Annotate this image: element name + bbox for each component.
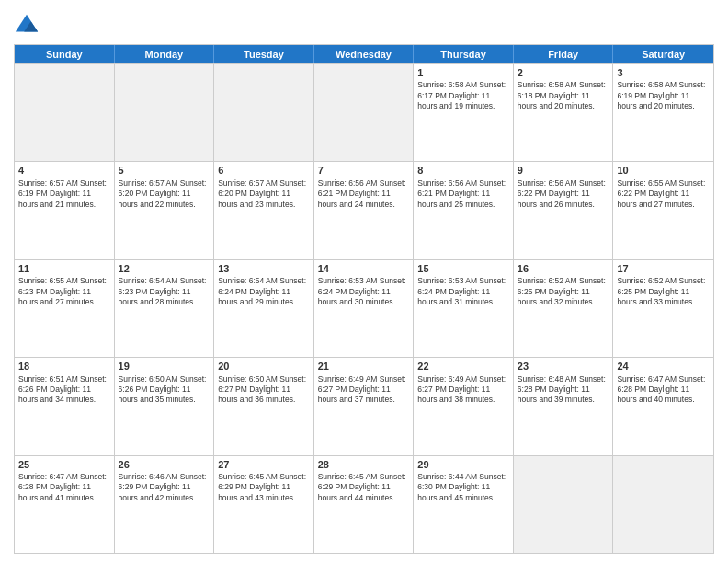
day-number: 9 [518,164,609,177]
calendar-cell: 27Sunrise: 6:45 AM Sunset: 6:29 PM Dayli… [214,456,314,553]
day-number: 7 [318,164,410,177]
day-info: Sunrise: 6:55 AM Sunset: 6:23 PM Dayligh… [18,276,110,307]
day-number: 21 [318,360,410,373]
day-info: Sunrise: 6:52 AM Sunset: 6:25 PM Dayligh… [617,276,710,307]
day-number: 27 [218,458,310,471]
calendar-cell [613,456,713,553]
header-day-friday: Friday [514,45,614,63]
calendar-cell: 21Sunrise: 6:49 AM Sunset: 6:27 PM Dayli… [314,358,415,454]
day-number: 2 [518,66,609,79]
calendar-cell: 16Sunrise: 6:52 AM Sunset: 6:25 PM Dayli… [514,260,614,357]
day-info: Sunrise: 6:50 AM Sunset: 6:26 PM Dayligh… [119,374,210,406]
day-info: Sunrise: 6:58 AM Sunset: 6:17 PM Dayligh… [417,80,509,111]
header [14,9,714,39]
day-number: 16 [518,262,609,275]
calendar-cell: 6Sunrise: 6:57 AM Sunset: 6:20 PM Daylig… [214,162,314,259]
calendar-cell [514,456,614,553]
day-number: 14 [318,262,410,275]
day-info: Sunrise: 6:47 AM Sunset: 6:28 PM Dayligh… [18,472,110,503]
day-number: 12 [119,262,210,275]
day-info: Sunrise: 6:58 AM Sunset: 6:18 PM Dayligh… [518,80,609,111]
calendar-cell: 1Sunrise: 6:58 AM Sunset: 6:17 PM Daylig… [414,64,514,161]
day-info: Sunrise: 6:52 AM Sunset: 6:25 PM Dayligh… [518,276,609,307]
day-number: 1 [417,66,509,79]
day-number: 24 [617,360,710,373]
day-number: 17 [617,262,710,275]
calendar: SundayMondayTuesdayWednesdayThursdayFrid… [14,44,714,554]
header-day-thursday: Thursday [414,45,514,63]
calendar-cell: 26Sunrise: 6:46 AM Sunset: 6:29 PM Dayli… [115,456,215,553]
day-number: 26 [119,458,210,471]
day-info: Sunrise: 6:57 AM Sunset: 6:20 PM Dayligh… [119,178,210,210]
day-info: Sunrise: 6:49 AM Sunset: 6:27 PM Dayligh… [318,374,410,406]
day-number: 3 [617,66,710,79]
calendar-cell: 20Sunrise: 6:50 AM Sunset: 6:27 PM Dayli… [214,358,314,454]
calendar-row-4: 25Sunrise: 6:47 AM Sunset: 6:28 PM Dayli… [15,455,713,553]
day-number: 29 [417,458,509,471]
calendar-cell: 9Sunrise: 6:56 AM Sunset: 6:22 PM Daylig… [514,162,614,259]
header-day-wednesday: Wednesday [314,45,415,63]
calendar-cell: 25Sunrise: 6:47 AM Sunset: 6:28 PM Dayli… [15,456,115,553]
day-number: 22 [417,360,509,373]
day-info: Sunrise: 6:54 AM Sunset: 6:24 PM Dayligh… [218,276,310,307]
day-number: 23 [518,360,609,373]
day-info: Sunrise: 6:58 AM Sunset: 6:19 PM Dayligh… [617,80,710,111]
calendar-cell: 15Sunrise: 6:53 AM Sunset: 6:24 PM Dayli… [414,260,514,357]
day-info: Sunrise: 6:53 AM Sunset: 6:24 PM Dayligh… [417,276,509,307]
header-day-monday: Monday [115,45,215,63]
day-number: 15 [417,262,509,275]
calendar-cell: 19Sunrise: 6:50 AM Sunset: 6:26 PM Dayli… [115,358,215,454]
day-info: Sunrise: 6:50 AM Sunset: 6:27 PM Dayligh… [218,374,310,406]
calendar-row-1: 4Sunrise: 6:57 AM Sunset: 6:19 PM Daylig… [15,161,713,259]
day-number: 5 [119,164,210,177]
header-day-saturday: Saturday [613,45,713,63]
logo-icon [14,13,40,39]
calendar-cell: 2Sunrise: 6:58 AM Sunset: 6:18 PM Daylig… [514,64,614,161]
day-number: 28 [318,458,410,471]
calendar-cell: 7Sunrise: 6:56 AM Sunset: 6:21 PM Daylig… [314,162,415,259]
day-info: Sunrise: 6:56 AM Sunset: 6:22 PM Dayligh… [518,178,609,210]
day-number: 10 [617,164,710,177]
calendar-cell: 18Sunrise: 6:51 AM Sunset: 6:26 PM Dayli… [15,358,115,454]
day-info: Sunrise: 6:45 AM Sunset: 6:29 PM Dayligh… [218,472,310,503]
day-number: 19 [119,360,210,373]
calendar-cell: 8Sunrise: 6:56 AM Sunset: 6:21 PM Daylig… [414,162,514,259]
header-day-tuesday: Tuesday [214,45,314,63]
day-number: 18 [18,360,110,373]
calendar-cell: 11Sunrise: 6:55 AM Sunset: 6:23 PM Dayli… [15,260,115,357]
day-info: Sunrise: 6:57 AM Sunset: 6:20 PM Dayligh… [218,178,310,210]
calendar-row-2: 11Sunrise: 6:55 AM Sunset: 6:23 PM Dayli… [15,259,713,357]
day-info: Sunrise: 6:56 AM Sunset: 6:21 PM Dayligh… [417,178,509,210]
day-number: 4 [18,164,110,177]
calendar-row-3: 18Sunrise: 6:51 AM Sunset: 6:26 PM Dayli… [15,357,713,454]
calendar-cell: 4Sunrise: 6:57 AM Sunset: 6:19 PM Daylig… [15,162,115,259]
calendar-cell: 12Sunrise: 6:54 AM Sunset: 6:23 PM Dayli… [115,260,215,357]
calendar-cell: 14Sunrise: 6:53 AM Sunset: 6:24 PM Dayli… [314,260,415,357]
day-number: 11 [18,262,110,275]
day-info: Sunrise: 6:48 AM Sunset: 6:28 PM Dayligh… [518,374,609,406]
calendar-header: SundayMondayTuesdayWednesdayThursdayFrid… [15,45,713,63]
day-info: Sunrise: 6:56 AM Sunset: 6:21 PM Dayligh… [318,178,410,210]
calendar-cell: 13Sunrise: 6:54 AM Sunset: 6:24 PM Dayli… [214,260,314,357]
logo [14,13,43,39]
day-info: Sunrise: 6:46 AM Sunset: 6:29 PM Dayligh… [119,472,210,503]
calendar-cell: 17Sunrise: 6:52 AM Sunset: 6:25 PM Dayli… [613,260,713,357]
day-info: Sunrise: 6:51 AM Sunset: 6:26 PM Dayligh… [18,374,110,406]
calendar-cell: 24Sunrise: 6:47 AM Sunset: 6:28 PM Dayli… [613,358,713,454]
calendar-cell: 28Sunrise: 6:45 AM Sunset: 6:29 PM Dayli… [314,456,415,553]
day-info: Sunrise: 6:53 AM Sunset: 6:24 PM Dayligh… [318,276,410,307]
day-number: 25 [18,458,110,471]
calendar-cell: 10Sunrise: 6:55 AM Sunset: 6:22 PM Dayli… [613,162,713,259]
calendar-cell: 23Sunrise: 6:48 AM Sunset: 6:28 PM Dayli… [514,358,614,454]
calendar-cell: 3Sunrise: 6:58 AM Sunset: 6:19 PM Daylig… [613,64,713,161]
day-number: 20 [218,360,310,373]
calendar-cell: 29Sunrise: 6:44 AM Sunset: 6:30 PM Dayli… [414,456,514,553]
page: SundayMondayTuesdayWednesdayThursdayFrid… [0,0,728,563]
calendar-body: 1Sunrise: 6:58 AM Sunset: 6:17 PM Daylig… [15,63,713,553]
day-info: Sunrise: 6:44 AM Sunset: 6:30 PM Dayligh… [417,472,509,503]
day-info: Sunrise: 6:55 AM Sunset: 6:22 PM Dayligh… [617,178,710,210]
day-info: Sunrise: 6:45 AM Sunset: 6:29 PM Dayligh… [318,472,410,503]
calendar-cell [15,64,115,161]
header-day-sunday: Sunday [15,45,115,63]
day-info: Sunrise: 6:49 AM Sunset: 6:27 PM Dayligh… [417,374,509,406]
